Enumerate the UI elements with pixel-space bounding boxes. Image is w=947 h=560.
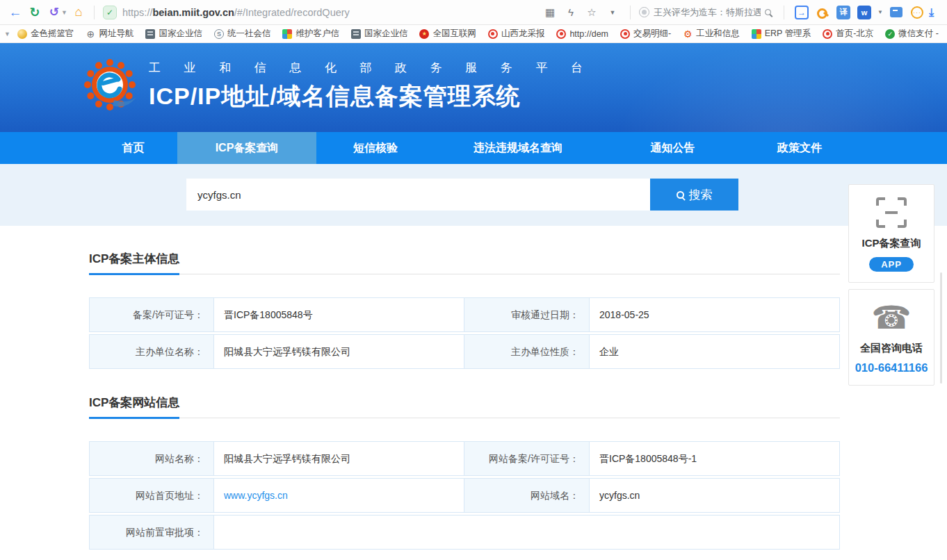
nav-tab-1[interactable]: ICP备案查询 [177,132,316,164]
key-icon[interactable] [814,3,832,22]
table-row: 主办单位名称：阳城县大宁远孚钙镁有限公司主办单位性质：企业 [89,334,840,369]
hot-search-text[interactable]: 王兴评华为造车：特斯拉遇到 [654,6,761,19]
field-label: 网站首页地址： [89,478,214,513]
bookmark-item[interactable]: 维护客户信 [282,28,339,40]
scrollbar-thumb[interactable] [940,272,942,384]
bookmark-item[interactable]: http://dem [556,29,608,39]
qr-code-icon[interactable]: ▦ [541,3,559,22]
website-link[interactable]: www.ycyfgs.cn [224,490,288,501]
bookmark-item[interactable]: ERP 管理系 [752,28,811,40]
table-row: 备案/许可证号：晋ICP备18005848号审核通过日期：2018-05-25 [89,297,840,332]
nav-tab-3[interactable]: 违法违规域名查询 [435,132,601,164]
phone-box-title: 全国咨询电话 [849,342,934,355]
address-bar[interactable]: ✓ https://beian.miit.gov.cn/#/Integrated… [100,6,541,19]
phone-box: ☎ 全国咨询电话 010-66411166 [848,289,934,386]
field-label: 网站名称： [89,441,214,476]
bookmark-item[interactable]: ★全国互联网 [419,28,476,40]
divider [784,6,784,19]
lightning-icon[interactable]: ϟ [562,3,580,22]
info-section: ICP备案网站信息网站名称：阳城县大宁远孚钙镁有限公司网站备案/许可证号：晋IC… [89,395,840,550]
hot-search-box[interactable]: 王兴评华为造车：特斯拉遇到 [639,6,775,19]
bookmark-label: 工业和信息 [696,28,740,40]
login-icon[interactable]: → [793,3,811,22]
field-label: 审核通过日期： [464,297,590,332]
search-icon[interactable] [765,9,771,15]
bookmark-item[interactable]: 金色摇篮官 [17,28,74,40]
page: 工业和信息化部政务服务平台 ICP/IP地址/域名信息备案管理系统 首页ICP备… [0,43,947,560]
nav-tab-2[interactable]: 短信核验 [316,132,435,164]
field-value: 阳城县大宁远孚钙镁有限公司 [214,334,464,369]
nav-tab-4[interactable]: 通知公告 [601,132,744,164]
search-section: 搜索 [0,164,947,226]
phone-number: 010-66411166 [849,361,934,374]
bookmark-item[interactable]: 国家企业信 [351,28,408,40]
field-value: www.ycyfgs.cn [214,478,464,513]
search-button[interactable]: 搜索 [650,179,738,211]
red-badge-icon [488,29,498,39]
tabs-icon[interactable] [887,3,905,22]
word-icon[interactable]: w [855,3,873,22]
brand: 工业和信息化部政务服务平台 ICP/IP地址/域名信息备案管理系统 [82,53,583,114]
domain-search-input[interactable] [186,179,650,211]
bookmark-label: 网址导航 [99,28,133,40]
back-icon[interactable]: ← [6,3,25,22]
bookmark-label: 金色摇篮官 [31,28,74,40]
field-label: 网站备案/许可证号： [464,441,590,476]
field-value: 企业 [590,334,840,369]
divider [94,6,95,19]
browser-toolbar: ← ↻ ↺ ▼ ⌂ ✓ https://beian.miit.gov.cn/#/… [0,0,947,25]
field-label: 主办单位性质： [464,334,590,369]
gold-sphere-icon [17,29,27,39]
reload-icon[interactable]: ↻ [25,3,44,22]
red-badge-icon [620,29,630,39]
info-table: 网站名称：阳城县大宁远孚钙镁有限公司网站备案/许可证号：晋ICP备1800584… [89,441,840,550]
bookmark-item[interactable]: 山西龙采报 [488,28,545,40]
url-text[interactable]: https://beian.miit.gov.cn/#/Integrated/r… [122,7,350,18]
bookmark-item[interactable]: S统一社会信 [214,28,271,40]
translate-icon[interactable]: 译 [834,3,852,22]
document-icon [351,29,361,39]
undo-caret-icon[interactable]: ▼ [61,9,67,16]
site-header: 工业和信息化部政务服务平台 ICP/IP地址/域名信息备案管理系统 [0,43,947,132]
bookmark-item[interactable]: ⊕网址导航 [86,28,133,40]
document-icon [145,29,155,39]
table-row: 网站名称：阳城县大宁远孚钙镁有限公司网站备案/许可证号：晋ICP备1800584… [89,441,840,476]
more-smiley-icon[interactable]: ··· [908,3,926,22]
word-caret-icon[interactable]: ▼ [876,3,884,22]
section-title: ICP备案主体信息 [89,251,179,275]
field-label: 网站域名： [464,478,590,513]
app-box-title: ICP备案查询 [849,237,934,250]
bookmark-label: 国家企业信 [159,28,202,40]
bookmarks-caret-icon[interactable]: ▼ [4,31,10,38]
result-content: ICP备案主体信息备案/许可证号：晋ICP备18005848号审核通过日期：20… [89,226,840,550]
nav-tab-home[interactable]: 首页 [89,132,177,164]
download-icon[interactable]: ⤓ [929,6,941,19]
bookmark-item[interactable]: ⚙工业和信息 [683,28,740,40]
bookmark-label: 全国互联网 [432,28,476,40]
qr-scan-icon [849,197,934,229]
gear-icon: ⚙ [683,29,693,39]
bookmark-item[interactable]: 国家企业信 [145,28,202,40]
wechat-icon: ✓ [885,29,895,39]
field-value: 晋ICP备18005848号 [214,297,464,332]
color-grid-icon [752,29,761,39]
bookmark-label: 交易明细- [633,28,671,40]
bookmark-label: 微信支付 - [898,28,939,40]
bookmark-item[interactable]: 首页-北京 [823,28,873,40]
main-nav: 首页ICP备案查询短信核验违法违规域名查询通知公告政策文件 [0,132,947,164]
bookmark-item[interactable]: ✓微信支付 - [885,28,939,40]
field-label: 备案/许可证号： [89,297,214,332]
nav-tab-5[interactable]: 政策文件 [744,132,855,164]
shield-icon[interactable]: ✓ [103,6,117,19]
s-circle-icon: S [214,29,224,39]
bookmark-item[interactable]: 交易明细- [620,28,671,40]
star-icon[interactable]: ☆ [583,3,601,22]
app-download-box[interactable]: ICP备案查询 APP [848,184,934,283]
red-badge-icon [823,29,832,39]
globe-icon: ⊕ [86,29,95,39]
table-row: 网站首页地址：www.ycyfgs.cn网站域名：ycyfgs.cn [89,478,840,513]
home-icon[interactable]: ⌂ [69,3,88,22]
caret-down-icon[interactable]: ▼ [604,3,622,22]
bookmark-label: ERP 管理系 [765,28,811,40]
bookmark-label: 维护客户信 [296,28,339,40]
